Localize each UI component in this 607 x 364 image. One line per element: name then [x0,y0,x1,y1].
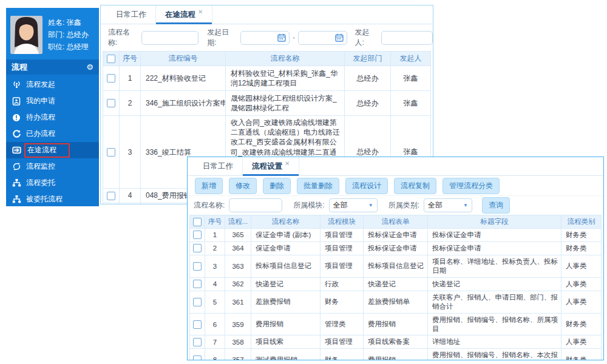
cell: 3 [120,116,141,189]
category-select[interactable]: 全部▼ [424,198,472,212]
edit-button[interactable]: 修改 [229,178,257,194]
sidebar-menu: 流程发起我的申请待办流程已办流程在途流程流程监控流程委托被委托流程 [6,75,99,207]
row-checkbox[interactable] [193,262,202,271]
tab-daily-work[interactable]: 日常工作 [194,157,242,175]
cell: 7 [205,335,225,349]
module-select[interactable]: 全部▼ [329,198,378,212]
cell: 5 [205,291,225,313]
row-checkbox[interactable] [107,99,115,107]
column-header: 流程类别 [561,215,602,229]
row-checkbox[interactable] [107,192,115,200]
search-button[interactable]: 查询 [482,197,510,214]
tab-in-transit[interactable]: 在途流程✕ [155,5,212,24]
chevron-down-icon: ▼ [463,203,468,208]
row-checkbox[interactable] [107,148,115,157]
sidebar-item-in-transit-processes[interactable]: 在途流程 [6,142,99,158]
cell: 行政 [320,277,364,291]
batch-delete-button[interactable]: 批量删除 [297,178,339,194]
column-header: 流程名称 [226,52,345,66]
process-copy-button[interactable]: 流程复制 [394,178,436,194]
cell: 1 [120,66,141,91]
row-checkbox[interactable] [193,320,202,329]
profile-title-line: 职位: 总经理 [48,41,89,53]
manage-category-button[interactable]: 管理流程分类 [443,178,500,194]
sidebar-item-process-delegate[interactable]: 流程委托 [6,175,99,191]
desktop: 姓名: 张鑫 部门: 总经办 职位: 总经理 流程 ⚙ 流程发起我的申请待办流程… [0,0,607,364]
tab-close-icon[interactable]: ✕ [198,8,203,15]
process-design-button[interactable]: 流程设计 [345,178,388,194]
sync-icon [12,162,21,172]
sidebar-item-label: 流程发起 [26,79,55,90]
cell: 项目线索 [251,335,320,349]
sidebar-item-my-applications[interactable]: 我的申请 [6,93,99,109]
cell: 管理类 [320,313,364,335]
initiator-input[interactable] [381,31,433,45]
cell: 费用报销 [251,313,320,335]
cell: 365 [225,229,251,242]
cell: 2 [205,241,225,255]
sidebar-item-delegated-processes[interactable]: 被委托流程 [6,191,99,207]
table-row: 5361差旅费报销财务差旅费报销单关联客户、报销人、申请日期、部门、报销合计人事… [190,291,602,313]
sidebar: 姓名: 张鑫 部门: 总经办 职位: 总经理 流程 ⚙ 流程发起我的申请待办流程… [6,8,99,206]
row-checkbox[interactable] [107,74,115,83]
sidebar-item-label: 流程委托 [26,178,55,188]
row-checkbox[interactable] [193,231,202,239]
delete-button[interactable]: 删除 [263,178,291,194]
sidebar-item-process-initiate[interactable]: 流程发起 [6,76,99,93]
cell: 人事类 [561,291,602,313]
cell: 361 [225,291,251,313]
date-to-input[interactable] [298,31,347,45]
cell: 详细地址 [428,335,561,349]
cell: 363 [225,255,251,277]
cell: 4 [120,189,141,203]
add-button[interactable]: 新增 [195,178,223,194]
id-card-icon [12,96,21,106]
sidebar-section-header: 流程 ⚙ [6,59,99,75]
cell: 1 [205,229,225,242]
window2-tabbar: 日常工作 流程设置✕ [188,157,603,176]
row-checkbox[interactable] [193,338,202,346]
cell: 投标项目信息登记 [364,255,428,277]
cell: 346_施工组织设计方案申请 [141,91,226,116]
row-checkbox[interactable] [193,298,202,306]
cell: 财务类 [561,241,602,255]
cell: 人事类 [561,277,602,291]
process-name-input[interactable] [141,31,198,45]
cell: 快递登记 [251,277,320,291]
table-row: 6359费用报销管理类费用报销费用报销、报销编号、报销名称、所属项目财务类 [190,313,602,335]
select-all-checkbox[interactable] [193,218,202,226]
cell: 晟铭园林绿化工程组织设计方案_晟铭园林绿化工程 [226,91,345,116]
category-label: 所属类别: [388,200,419,211]
process-name-label: 流程名称: [194,200,225,211]
tab-close-icon[interactable]: ✕ [285,160,290,167]
date-from-input[interactable] [240,31,290,45]
user-profile: 姓名: 张鑫 部门: 总经办 职位: 总经理 [6,8,99,59]
process-name-input[interactable] [229,198,282,212]
cell: 项目管理 [320,229,364,242]
row-checkbox[interactable] [193,244,202,252]
sidebar-item-process-monitor[interactable]: 流程监控 [6,158,99,175]
gear-icon[interactable]: ⚙ [86,62,93,72]
column-header: 流程编号 [141,52,226,66]
cell: 项目管理 [320,255,364,277]
sidebar-item-done-processes[interactable]: 已办流程 [6,126,99,142]
row-checkbox[interactable] [193,356,202,360]
cell: 财务类 [561,313,602,335]
column-header: 流程表单 [364,215,428,229]
tab-daily-work[interactable]: 日常工作 [107,5,155,24]
sidebar-item-label: 被委托流程 [26,194,63,204]
cell: 财务类 [561,349,602,360]
column-header: 发起人 [391,52,431,66]
cell: 8 [205,349,225,360]
table-row: 1365保证金申请 (副本)项目管理投标保证金申请投标保证金申请财务类 [190,229,602,242]
row-checkbox[interactable] [193,280,202,288]
tab-process-settings[interactable]: 流程设置✕ [242,157,299,175]
select-all-checkbox[interactable] [107,55,115,63]
sidebar-item-pending-processes[interactable]: 待办流程 [6,109,99,126]
sitemap-icon [12,178,21,188]
table-row: 8357测试费用报销财务费用报销费用报销、报销编号、报销名称、本次报销金额财务类 [190,349,602,360]
cell: 项目名称、详细地址、投标负责人、投标日期 [428,255,561,277]
cell: 快递登记 [364,277,428,291]
initiator-label: 发起人: [354,27,377,48]
cell: 人事类 [561,255,602,277]
